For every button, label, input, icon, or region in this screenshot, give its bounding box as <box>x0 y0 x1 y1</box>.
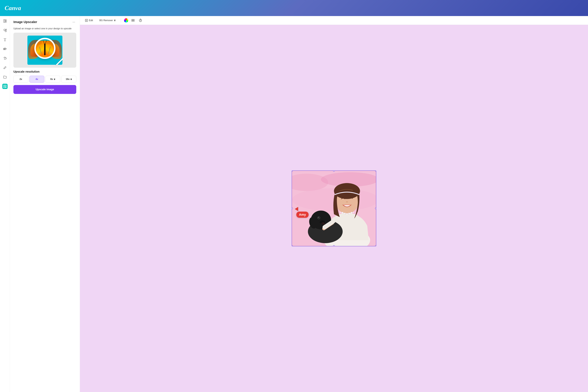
svg-rect-12 <box>5 85 6 86</box>
toolbar: Edit BG Remover ♛ <box>80 16 588 25</box>
header: Canva <box>0 0 588 16</box>
crown-icon: ♛ <box>114 19 116 22</box>
handle-bottom-mid[interactable] <box>333 245 335 246</box>
resolution-4x-button[interactable]: 4x <box>30 76 44 83</box>
sidebar-item-elements[interactable] <box>2 28 8 33</box>
line-3 <box>132 21 134 22</box>
timer-icon <box>139 19 142 22</box>
sidebar-item-layout[interactable] <box>2 18 8 24</box>
resolution-section: Upscale resolution <box>14 70 76 73</box>
canvas-area: Edit BG Remover ♛ <box>80 16 588 392</box>
upscale-image-button[interactable]: Upscale image <box>14 85 76 94</box>
svg-rect-1 <box>5 20 6 21</box>
crown-icon-16x: ♛ <box>70 78 72 80</box>
color-wheel-button[interactable] <box>124 18 128 23</box>
canvas-image-area: Amy <box>80 25 588 392</box>
svg-point-28 <box>346 213 348 215</box>
panel-header: Image Upscaler ··· <box>14 20 76 24</box>
svg-point-27 <box>344 213 346 214</box>
sidebar-item-apps[interactable] <box>2 84 8 89</box>
svg-rect-9 <box>4 49 5 50</box>
panel-description: Upload an image or select one in your de… <box>14 27 76 30</box>
handle-bottom-right[interactable] <box>375 245 376 246</box>
lines-button[interactable] <box>131 19 135 22</box>
svg-point-38 <box>322 222 325 225</box>
svg-point-36 <box>318 217 320 218</box>
line-2 <box>132 20 134 20</box>
svg-point-25 <box>346 201 348 202</box>
resolution-2x-button[interactable]: 2x <box>14 76 28 83</box>
edit-icon <box>85 19 88 22</box>
svg-point-37 <box>318 217 319 218</box>
resolution-buttons: 2x 4x 8x ♛ 16x ♛ <box>14 76 76 83</box>
toolbar-separator <box>121 18 121 22</box>
handle-mid-right[interactable] <box>375 208 376 209</box>
canvas-frame: Amy <box>292 170 376 246</box>
svg-rect-8 <box>4 49 4 50</box>
svg-point-29 <box>348 213 350 214</box>
edit-button[interactable]: Edit <box>83 18 95 23</box>
resolution-title: Upscale resolution <box>14 70 76 73</box>
svg-rect-6 <box>4 48 4 49</box>
svg-rect-10 <box>6 48 6 49</box>
line-1 <box>132 19 134 20</box>
collaborator-name-tag: Amy <box>296 212 308 218</box>
resolution-16x-button[interactable]: 16x ♛ <box>62 76 76 83</box>
bg-remover-label: BG Remover <box>100 19 113 22</box>
sidebar <box>0 16 10 392</box>
panel-title: Image Upscaler <box>14 20 37 24</box>
sidebar-item-text[interactable] <box>2 37 8 42</box>
svg-point-26 <box>342 212 344 214</box>
canva-logo: Canva <box>5 4 21 12</box>
preview-area <box>14 33 76 68</box>
svg-point-24 <box>334 183 360 199</box>
edit-label: Edit <box>89 19 93 22</box>
more-options-button[interactable]: ··· <box>71 20 76 24</box>
sidebar-item-folders[interactable] <box>2 74 8 80</box>
svg-rect-11 <box>4 85 5 86</box>
sidebar-item-music[interactable] <box>2 46 8 52</box>
svg-point-3 <box>4 29 5 31</box>
svg-marker-5 <box>6 29 6 30</box>
sidebar-item-uploads[interactable] <box>2 56 8 61</box>
timer-button[interactable] <box>138 18 143 23</box>
cursor-arrow-icon <box>295 207 298 211</box>
svg-point-39 <box>322 224 323 224</box>
svg-rect-13 <box>4 86 5 88</box>
svg-rect-7 <box>4 48 5 48</box>
crown-icon-8x: ♛ <box>54 78 56 80</box>
svg-rect-0 <box>4 20 5 22</box>
resolution-8x-button[interactable]: 8x ♛ <box>46 76 60 83</box>
svg-rect-2 <box>5 21 6 22</box>
panel: Image Upscaler ··· Upload an image or se… <box>10 16 80 392</box>
bg-remover-button[interactable]: BG Remover ♛ <box>98 18 118 23</box>
collaborator-cursor: Amy <box>295 207 308 218</box>
sidebar-item-draw[interactable] <box>2 65 8 70</box>
svg-rect-4 <box>5 30 6 32</box>
svg-point-30 <box>350 212 352 214</box>
main-container: Image Upscaler ··· Upload an image or se… <box>0 16 588 392</box>
